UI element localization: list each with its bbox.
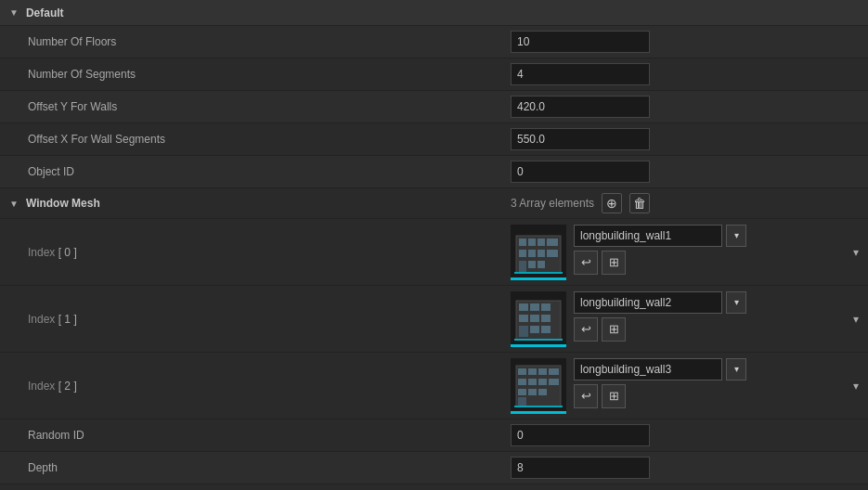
- array-item-content-2: longbuilding_wall3 ▾ ↩ ⊞: [511, 358, 846, 414]
- properties-panel: ▼ Default Number Of Floors Number Of Seg…: [0, 0, 868, 484]
- svg-rect-9: [519, 261, 526, 272]
- svg-rect-32: [549, 379, 559, 385]
- building-preview-1: [514, 293, 563, 342]
- value-offset-y: [511, 96, 859, 118]
- property-row-floors: Number Of Floors: [0, 26, 868, 58]
- mesh-thumbnail-0: [511, 225, 566, 280]
- svg-rect-11: [538, 261, 545, 268]
- action-buttons-1: ↩ ⊞: [574, 317, 746, 342]
- svg-rect-33: [518, 389, 526, 395]
- mesh-dropdown-1[interactable]: longbuilding_wall2: [574, 291, 722, 314]
- svg-rect-1: [519, 239, 526, 246]
- item-right-1: ▾: [846, 313, 859, 326]
- mesh-controls-1: longbuilding_wall2 ▾ ↩ ⊞: [574, 291, 746, 342]
- copy-button-2[interactable]: ⊞: [602, 384, 626, 408]
- window-mesh-chevron-icon: ▼: [9, 199, 19, 209]
- value-object-id: [511, 161, 859, 183]
- property-row-depth: Depth: [0, 452, 868, 484]
- property-row-random-id: Random ID: [0, 419, 868, 452]
- array-count-label: 3 Array elements: [511, 197, 594, 210]
- input-offset-x[interactable]: [511, 128, 650, 150]
- label-offset-y: Offset Y For Walls: [9, 100, 511, 113]
- svg-rect-31: [538, 379, 547, 385]
- svg-rect-36: [518, 397, 526, 406]
- value-random-id: [511, 424, 859, 446]
- window-mesh-label-container: ▼ Window Mesh: [9, 197, 511, 210]
- property-row-object-id: Object ID: [0, 156, 868, 188]
- svg-rect-35: [538, 389, 547, 395]
- expand-button-0[interactable]: ▾: [853, 246, 859, 259]
- dropdown-row-1: longbuilding_wall2 ▾: [574, 291, 746, 314]
- array-item-label-0: Index [ 0 ]: [9, 246, 511, 259]
- svg-rect-10: [528, 261, 536, 268]
- item-right-0: ▾: [846, 246, 859, 259]
- svg-rect-26: [528, 368, 537, 375]
- back-button-1[interactable]: ↩: [574, 317, 598, 342]
- default-chevron-icon: ▼: [9, 7, 19, 18]
- mesh-thumbnail-inner-1: [511, 291, 566, 344]
- window-mesh-section-header: ▼ Window Mesh 3 Array elements ⊕ 🗑: [0, 188, 868, 219]
- array-item-label-1: Index [ 1 ]: [9, 313, 511, 326]
- add-array-item-button[interactable]: ⊕: [602, 193, 622, 213]
- action-buttons-0: ↩ ⊞: [574, 251, 746, 275]
- building-preview-0: [514, 226, 563, 275]
- mesh-controls-2: longbuilding_wall3 ▾ ↩ ⊞: [574, 358, 746, 408]
- mesh-thumbnail-inner-0: [511, 225, 566, 277]
- dropdown-row-2: longbuilding_wall3 ▾: [574, 358, 746, 380]
- svg-rect-22: [541, 326, 551, 333]
- svg-rect-5: [519, 250, 526, 257]
- svg-rect-17: [519, 315, 528, 322]
- item-right-2: ▾: [846, 380, 859, 393]
- svg-rect-7: [538, 250, 545, 257]
- copy-button-0[interactable]: ⊞: [602, 251, 626, 275]
- input-depth[interactable]: [511, 457, 650, 479]
- svg-rect-6: [528, 250, 536, 257]
- default-section-title: Default: [26, 6, 64, 19]
- label-floors: Number Of Floors: [9, 35, 511, 48]
- building-preview-2: [514, 360, 563, 408]
- input-floors[interactable]: [511, 31, 650, 53]
- expand-button-1[interactable]: ▾: [853, 313, 859, 326]
- svg-rect-21: [530, 326, 539, 333]
- copy-button-1[interactable]: ⊞: [602, 317, 626, 342]
- value-offset-x: [511, 128, 859, 150]
- svg-rect-18: [530, 315, 539, 322]
- window-mesh-info: 3 Array elements ⊕ 🗑: [511, 193, 859, 213]
- mesh-dropdown-0[interactable]: longbuilding_wall1: [574, 225, 722, 247]
- back-button-0[interactable]: ↩: [574, 251, 598, 275]
- array-item-label-2: Index [ 2 ]: [9, 380, 511, 393]
- input-object-id[interactable]: [511, 161, 650, 183]
- dropdown-arrow-0[interactable]: ▾: [726, 225, 746, 247]
- input-random-id[interactable]: [511, 424, 650, 446]
- array-item-content-1: longbuilding_wall2 ▾ ↩ ⊞: [511, 291, 846, 347]
- delete-array-item-button[interactable]: 🗑: [629, 193, 650, 213]
- label-offset-x: Offset X For Wall Segments: [9, 133, 511, 146]
- label-segments: Number Of Segments: [9, 68, 511, 81]
- dropdown-row-0: longbuilding_wall1 ▾: [574, 225, 746, 247]
- svg-rect-20: [519, 326, 528, 337]
- window-mesh-title: Window Mesh: [26, 197, 100, 210]
- svg-rect-27: [538, 368, 547, 375]
- index-bracket-0: [ 0 ]: [58, 246, 77, 259]
- label-object-id: Object ID: [9, 165, 511, 178]
- svg-rect-25: [518, 368, 526, 375]
- default-section-header[interactable]: ▼ Default: [0, 0, 868, 26]
- input-segments[interactable]: [511, 63, 650, 85]
- mesh-dropdown-2[interactable]: longbuilding_wall3: [574, 358, 722, 380]
- input-offset-y[interactable]: [511, 96, 650, 118]
- svg-rect-34: [528, 389, 537, 395]
- svg-rect-3: [538, 239, 545, 246]
- array-item-0: Index [ 0 ]: [0, 219, 868, 286]
- array-item-2: Index [ 2 ]: [0, 353, 868, 419]
- back-button-2[interactable]: ↩: [574, 384, 598, 408]
- svg-rect-4: [547, 239, 558, 246]
- mesh-thumbnail-inner-2: [511, 358, 566, 411]
- action-buttons-2: ↩ ⊞: [574, 384, 746, 408]
- expand-button-2[interactable]: ▾: [853, 380, 859, 393]
- value-floors: [511, 31, 859, 53]
- dropdown-arrow-1[interactable]: ▾: [726, 291, 746, 314]
- array-item-1: Index [ 1 ]: [0, 286, 868, 353]
- svg-rect-8: [547, 250, 558, 257]
- svg-rect-2: [528, 239, 536, 246]
- dropdown-arrow-2[interactable]: ▾: [726, 358, 746, 380]
